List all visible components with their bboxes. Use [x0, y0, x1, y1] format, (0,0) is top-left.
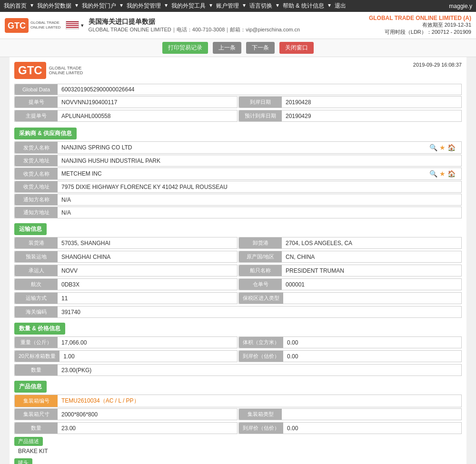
- consignee-home-icon[interactable]: 🏠: [447, 170, 456, 178]
- nav-export-mgmt[interactable]: 我的外贸管理: [127, 2, 161, 10]
- shipping-section: 运输信息 装货港 57035, SHANGHAI 卸货港 2704, LOS A…: [14, 219, 462, 318]
- product-qty-label: 数量: [15, 423, 58, 434]
- consignee-search-icon[interactable]: 🔍: [429, 170, 437, 178]
- shipper-address-row: 发货人地址 NANJING HUSHU INDUSTRIAL PARK: [14, 155, 462, 167]
- print-button[interactable]: 打印贸易记录: [162, 42, 208, 54]
- nav-help[interactable]: 帮助 & 统计信息: [283, 2, 324, 10]
- container20-value: 1.00: [60, 351, 237, 362]
- container20-arrival-row: 20尺标准箱数量 1.00 到岸价（估价） 0.00: [14, 350, 462, 363]
- nav-language[interactable]: 语言切换: [249, 2, 272, 10]
- dest-port-label: 卸货港: [239, 237, 282, 248]
- container-size-value: 2000*806*800: [58, 409, 237, 420]
- consignee-name-row: 收货人名称 METCHEM INC 🔍 ★ 🏠: [14, 168, 462, 180]
- document-toolbar: 打印贸易记录 上一条 下一条 关闭窗口: [0, 39, 476, 57]
- port-row: 装货港 57035, SHANGHAI 卸货港 2704, LOS ANGELE…: [14, 237, 462, 250]
- arrival-date-label: 到岸日期: [239, 97, 282, 108]
- container-size-row: 集装箱尺寸 2000*806*800: [14, 408, 238, 420]
- master-bill-row-item: 主提单号 APLUNAHL000558: [14, 110, 238, 122]
- us-flag: [66, 21, 79, 30]
- next-button[interactable]: 下一条: [246, 42, 275, 54]
- notify-name-value: N/A: [58, 194, 461, 205]
- prev-button[interactable]: 上一条: [213, 42, 241, 54]
- flight-label: 航次: [15, 279, 58, 290]
- nav-trade-data[interactable]: 我的外贸数据: [37, 2, 71, 10]
- nav-logout[interactable]: 退出: [335, 2, 346, 10]
- product-desc-value: BRAKE KIT: [14, 446, 462, 456]
- consignee-address-label: 收货人地址: [15, 181, 58, 192]
- master-bill-label: 主提单号: [15, 110, 58, 121]
- warehouse-row: 仓单号 000001: [238, 278, 462, 290]
- product-qty-price-row: 数量 23.00 到岸价（估价） 0.00: [14, 422, 462, 435]
- estimated-arrival-row: 预计到库日期 20190429: [238, 110, 462, 122]
- container20-row: 20尺标准箱数量 1.00: [14, 350, 238, 362]
- weight-volume-row: 重量（公斤） 17,066.00 体积（立方米） 0.00: [14, 336, 462, 349]
- quantity-price-section: 数量 & 价格信息 重量（公斤） 17,066.00 体积（立方米） 0.00 …: [14, 319, 462, 376]
- shipper-name-row: 发货人名称 NANJING SPRING CO LTD 🔍 ★ 🏠: [14, 141, 462, 154]
- bonded-area-row: 保税区进入类型: [238, 292, 462, 304]
- star-icon[interactable]: ★: [439, 144, 446, 151]
- quantity-row: 数量 23.00(PKG): [14, 364, 462, 376]
- product-arrival-price-label: 到岸价（估价）: [239, 423, 283, 434]
- nav-export-portal[interactable]: 我的外贸门户: [82, 2, 116, 10]
- vessel-name-value: PRESIDENT TRUMAN: [282, 265, 461, 276]
- header-left: GTC GLOBAL TRADE ONLINE LIMITED ▾ 美国海关进口…: [5, 18, 300, 33]
- container-no-value: TEMU2610034（AC / L / PP）: [58, 395, 461, 407]
- container-no-row: 集装箱编号 TEMU2610034（AC / L / PP）: [14, 395, 462, 407]
- notify-address-row: 通知方地址 N/A: [14, 207, 462, 218]
- container20-label: 20尺标准箱数量: [15, 351, 60, 362]
- bonded-area-label: 保税区进入类型: [239, 293, 283, 304]
- product-title: 产品信息: [14, 381, 47, 393]
- vessel-name-label: 船只名称: [239, 265, 282, 276]
- document-header: GTC GLOBAL TRADE ONLINE LIMITED 2019-09-…: [14, 62, 462, 79]
- weight-row: 重量（公斤） 17,066.00: [14, 336, 238, 348]
- quantity-value: 23.00(PKG): [58, 365, 461, 375]
- transport-bonded-row: 运输方式 11 保税区进入类型: [14, 292, 462, 305]
- container-no-label: 集装箱编号: [15, 395, 58, 407]
- arrival-date-row: 到岸日期 20190428: [238, 96, 462, 108]
- shipper-icons: 🔍 ★ 🏠: [429, 144, 457, 151]
- shipper-address-value: NANJING HUSHU INDUSTRIAL PARK: [58, 155, 461, 166]
- top-navigation: 我的首页 ▾ 我的外贸数据 ▾ 我的外贸门户 ▾ 我的外贸管理 ▾ 我的外贸工具…: [0, 0, 476, 12]
- product-qty-value: 23.00: [58, 423, 237, 434]
- master-bill-value: APLUNAHL000558: [58, 110, 237, 121]
- marks-title[interactable]: 唛头: [14, 458, 32, 464]
- home-icon[interactable]: 🏠: [447, 144, 456, 151]
- bill-no-value: NOVVNNJ190400117: [58, 97, 237, 108]
- page-header: GTC GLOBAL TRADE ONLINE LIMITED ▾ 美国海关进口…: [0, 12, 476, 39]
- warehouse-label: 仓单号: [239, 279, 282, 290]
- user-info: maggie.y: [449, 3, 472, 10]
- shipping-title: 运输信息: [14, 223, 47, 235]
- warehouse-value: 000001: [282, 279, 461, 290]
- notify-address-value: N/A: [58, 207, 461, 218]
- account-info: GLOBAL TRADE ONLINE LIMITED (A) 有效期至 201…: [369, 15, 471, 36]
- consignee-address-value: 7975 DIXIE HIGHWAY FLORENCE KY 41042 PAU…: [58, 181, 461, 192]
- shipper-value: NANJING SPRING CO LTD 🔍 ★ 🏠: [58, 142, 461, 153]
- bill-arrival-row: 提单号 NOVVNNJ190400117 到岸日期 20190428: [14, 96, 462, 109]
- global-data-value: 60032019052900000026644: [58, 84, 461, 95]
- origin-port-value: 57035, SHANGHAI: [58, 237, 237, 248]
- header-title-block: 美国海关进口提单数据 GLOBAL TRADE ONLINE LIMITED｜电…: [89, 18, 300, 33]
- arrival-date-value: 20190428: [282, 97, 461, 108]
- transport-mode-value: 11: [58, 293, 237, 304]
- contact-info: GLOBAL TRADE ONLINE LIMITED｜电话：400-710-3…: [89, 26, 300, 33]
- quantity-label: 数量: [15, 365, 58, 375]
- carrier-label: 承运人: [15, 265, 58, 276]
- nav-export-tools[interactable]: 我的外贸工具: [171, 2, 206, 10]
- doc-logo-icon: GTC: [14, 62, 46, 79]
- estimated-arrival-value: 20190429: [282, 110, 461, 121]
- close-button[interactable]: 关闭窗口: [279, 42, 314, 54]
- consignee-star-icon[interactable]: ★: [439, 170, 446, 178]
- container-size-type-row: 集装箱尺寸 2000*806*800 集装箱类型: [14, 408, 462, 421]
- origin-country-value: CN, CHINA: [282, 251, 461, 262]
- arrival-price-row: 到岸价（估价） 0.00: [238, 350, 462, 362]
- product-desc-title[interactable]: 产品描述: [14, 437, 43, 446]
- shipper-label: 发货人名称: [15, 142, 58, 153]
- nav-account[interactable]: 账户管理: [216, 2, 239, 10]
- prevessel-origin-row: 预装运地 SHANGHAI CHINA 原产国/地区 CN, CHINA: [14, 251, 462, 264]
- country-selector[interactable]: ▾: [66, 21, 84, 30]
- container-type-value: [282, 409, 461, 420]
- search-icon[interactable]: 🔍: [429, 144, 437, 151]
- consignee-label: 收货人名称: [15, 168, 58, 179]
- nav-home[interactable]: 我的首页: [4, 2, 27, 10]
- dest-port-value: 2704, LOS ANGELES, CA: [282, 237, 461, 248]
